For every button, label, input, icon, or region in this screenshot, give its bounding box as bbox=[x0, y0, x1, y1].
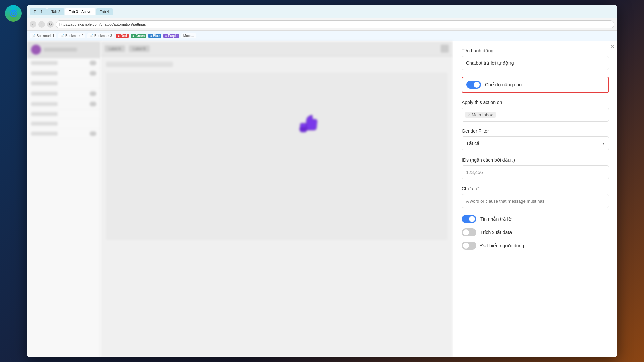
tin-nhan-row: Tin nhắn trả lời bbox=[462, 215, 609, 223]
gender-filter-group: Gender Filter Tất cả Nam Nữ bbox=[462, 128, 609, 150]
thumbs-up-icon bbox=[295, 108, 322, 135]
ids-input[interactable] bbox=[462, 165, 609, 179]
sidebar-item-label-6 bbox=[31, 112, 58, 116]
tin-nhan-slider bbox=[462, 215, 476, 223]
sidebar-badge-1 bbox=[90, 61, 96, 65]
gender-filter-select[interactable]: Tất cả Nam Nữ bbox=[462, 136, 609, 150]
action-name-input[interactable] bbox=[462, 56, 609, 70]
tag-remove-icon[interactable]: × bbox=[468, 112, 470, 117]
browser-back-button[interactable]: ‹ bbox=[30, 21, 36, 28]
sidebar-item-label-4 bbox=[31, 92, 58, 96]
bookmark-purple[interactable]: ● Purple bbox=[163, 34, 179, 38]
dat-bien-row: Đặt biến người dùng bbox=[462, 242, 609, 250]
sidebar-header bbox=[27, 41, 100, 58]
logo-icon: 🌀 bbox=[5, 5, 22, 22]
trich-xuat-slider bbox=[462, 228, 476, 236]
main-content-header: Label A Label B bbox=[101, 41, 453, 56]
bookmark-blue[interactable]: ● Blue bbox=[148, 34, 161, 38]
chua-tu-input[interactable] bbox=[462, 194, 609, 208]
advanced-mode-slider bbox=[466, 81, 481, 89]
main-title bbox=[106, 62, 173, 67]
main-tab-close bbox=[441, 45, 449, 53]
sidebar-item-label-2 bbox=[31, 71, 58, 75]
gender-filter-wrapper: Tất cả Nam Nữ bbox=[462, 136, 609, 150]
logo-area: 🌀 bbox=[5, 5, 22, 22]
app-area: Label A Label B bbox=[27, 41, 617, 357]
browser-window: Tab 1 Tab 2 Tab 3 - Active Tab 4 ‹ › ↻ 📄… bbox=[27, 5, 617, 357]
browser-tab-2[interactable]: Tab 2 bbox=[47, 8, 64, 15]
apply-on-label: Apply this action on bbox=[462, 100, 609, 105]
browser-tab-1[interactable]: Tab 1 bbox=[30, 8, 47, 15]
sidebar-badge-4 bbox=[90, 91, 96, 96]
sidebar-item-label-8 bbox=[31, 132, 58, 136]
browser-tab-3[interactable]: Tab 3 - Active bbox=[65, 8, 95, 15]
sidebar-item-6[interactable] bbox=[27, 109, 100, 119]
sidebar-item-3[interactable] bbox=[27, 79, 100, 88]
sidebar-badge-5 bbox=[90, 102, 96, 106]
sidebar-avatar bbox=[31, 45, 41, 55]
bookmark-2[interactable]: 📄 Bookmark 2 bbox=[58, 33, 85, 38]
bookmark-red[interactable]: ● Red bbox=[116, 34, 128, 38]
main-list bbox=[106, 72, 447, 240]
bookmark-more[interactable]: More... bbox=[181, 33, 196, 38]
chua-tu-group: Chứa từ bbox=[462, 186, 609, 208]
sidebar-item-label-3 bbox=[31, 81, 58, 85]
tag-label: Main Inbox bbox=[472, 112, 493, 117]
browser-tab-4[interactable]: Tab 4 bbox=[96, 8, 113, 15]
bookmark-green[interactable]: ● Green bbox=[131, 34, 147, 38]
chua-tu-label: Chứa từ bbox=[462, 186, 609, 191]
main-content: Label A Label B bbox=[101, 41, 453, 357]
trich-xuat-label: Trích xuất data bbox=[480, 230, 512, 235]
dat-bien-label: Đặt biến người dùng bbox=[480, 243, 524, 248]
browser-tabbar: Tab 1 Tab 2 Tab 3 - Active Tab 4 bbox=[27, 5, 617, 18]
browser-refresh-button[interactable]: ↻ bbox=[47, 21, 54, 28]
trich-xuat-row: Trích xuất data bbox=[462, 228, 609, 236]
panel-body: × Tên hành động Chế độ nâng cao Appl bbox=[453, 41, 617, 262]
apply-on-group: Apply this action on × Main Inbox bbox=[462, 100, 609, 122]
browser-addressbar: ‹ › ↻ bbox=[27, 18, 617, 31]
sidebar-item-label-5 bbox=[31, 102, 58, 106]
bookmarks-bar: 📄 Bookmark 1 📄 Bookmark 2 📄 Bookmark 3 ●… bbox=[27, 31, 617, 41]
browser-address-input[interactable] bbox=[56, 20, 614, 28]
trich-xuat-toggle[interactable] bbox=[462, 228, 476, 236]
right-panel: × Tên hành động Chế độ nâng cao Appl bbox=[453, 41, 617, 357]
sidebar-item-4[interactable] bbox=[27, 88, 100, 99]
sidebar-item-label-1 bbox=[31, 61, 58, 65]
apply-on-tag-input[interactable]: × Main Inbox bbox=[462, 108, 609, 122]
main-tab-2: Label B bbox=[129, 45, 150, 52]
action-name-label: Tên hành động bbox=[462, 48, 609, 53]
sidebar-item-7[interactable] bbox=[27, 119, 100, 129]
browser-tabs: Tab 1 Tab 2 Tab 3 - Active Tab 4 bbox=[30, 8, 614, 15]
dat-bien-toggle[interactable] bbox=[462, 242, 476, 250]
tin-nhan-label: Tin nhắn trả lời bbox=[480, 216, 513, 222]
gender-filter-label: Gender Filter bbox=[462, 128, 609, 134]
panel-close-button[interactable]: × bbox=[611, 43, 614, 50]
tin-nhan-toggle[interactable] bbox=[462, 215, 476, 223]
apply-on-tag: × Main Inbox bbox=[465, 112, 496, 118]
action-name-group: Tên hành động bbox=[462, 48, 609, 70]
dat-bien-slider bbox=[462, 242, 476, 250]
sidebar-item-2[interactable] bbox=[27, 68, 100, 79]
ids-group: IDs (ngăn cách bởi dấu ,) bbox=[462, 157, 609, 179]
bookmark-1[interactable]: 📄 Bookmark 1 bbox=[30, 33, 56, 38]
advanced-mode-row: Chế độ nâng cao bbox=[462, 77, 609, 93]
sidebar-badge-2 bbox=[90, 71, 96, 76]
browser-forward-button[interactable]: › bbox=[38, 21, 45, 28]
advanced-mode-label: Chế độ nâng cao bbox=[485, 82, 522, 87]
ids-label: IDs (ngăn cách bởi dấu ,) bbox=[462, 157, 609, 163]
sidebar-badge-8 bbox=[90, 131, 96, 136]
main-body bbox=[101, 56, 453, 245]
bookmark-3[interactable]: 📄 Bookmark 3 bbox=[87, 33, 114, 38]
main-tab-1: Label A bbox=[105, 45, 125, 52]
sidebar-username bbox=[44, 48, 77, 52]
sidebar-item-label-7 bbox=[31, 122, 58, 126]
advanced-mode-toggle[interactable] bbox=[466, 81, 481, 89]
sidebar-item-5[interactable] bbox=[27, 99, 100, 109]
sidebar-item-8[interactable] bbox=[27, 129, 100, 139]
sidebar-item-1[interactable] bbox=[27, 58, 100, 68]
sidebar bbox=[27, 41, 101, 357]
